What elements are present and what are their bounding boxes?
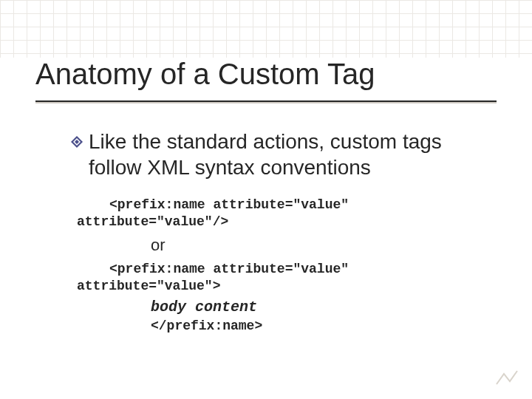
bullet-text: Like the standard actions, custom tags f…	[89, 129, 488, 180]
slide-title: Anatomy of a Custom Tag	[35, 58, 497, 98]
or-separator: or	[151, 236, 488, 255]
code-example-selfclosing: <prefix:name attribute="value" attribute…	[77, 197, 488, 230]
title-underline	[35, 100, 497, 102]
code-example-open: <prefix:name attribute="value" attribute…	[77, 261, 488, 294]
code-line: attribute="value"/>	[77, 214, 228, 229]
diamond-bullet-icon	[71, 136, 83, 151]
code-close-tag: </prefix:name>	[151, 318, 488, 333]
code-line: <prefix:name attribute="value"	[77, 197, 349, 212]
content-area: Like the standard actions, custom tags f…	[71, 129, 488, 333]
slide: Anatomy of a Custom Tag Like the standar…	[0, 0, 532, 399]
bullet-item: Like the standard actions, custom tags f…	[71, 129, 488, 180]
code-body-content: body content	[151, 299, 488, 316]
code-line: attribute="value">	[77, 279, 220, 293]
code-line: <prefix:name attribute="value"	[77, 262, 349, 276]
title-block: Anatomy of a Custom Tag	[35, 58, 497, 102]
corner-accent-icon	[495, 369, 520, 390]
